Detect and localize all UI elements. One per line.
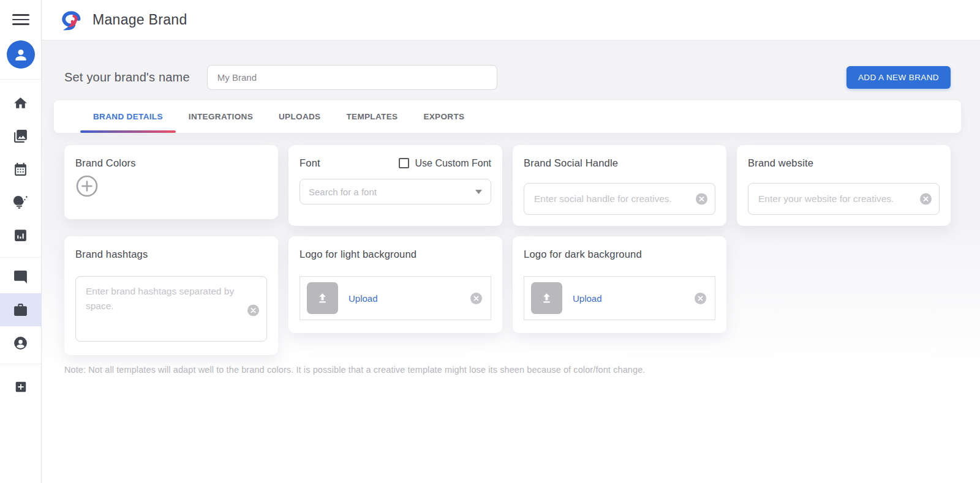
upload-button[interactable] [531, 282, 562, 314]
tab-uploads[interactable]: UPLOADS [266, 100, 333, 133]
hashtags-card: Brand hashtags [64, 236, 278, 355]
sidebar [0, 0, 42, 483]
logo-dark-card: Logo for dark background Upload [513, 236, 726, 333]
clear-icon[interactable] [920, 193, 932, 205]
logo-dark-upload-box: Upload [524, 276, 715, 320]
sidebar-divider [0, 257, 42, 258]
avatar[interactable] [7, 40, 35, 69]
website-input[interactable] [748, 183, 940, 215]
card-title: Brand hashtags [75, 249, 267, 260]
tab-brand-details[interactable]: BRAND DETAILS [80, 100, 176, 133]
sidebar-item-ideas[interactable] [0, 185, 42, 219]
brand-colors-card: Brand Colors [64, 145, 278, 219]
tab-exports[interactable]: EXPORTS [410, 100, 477, 133]
content: Set your brand's name ADD A NEW BRAND BR… [42, 40, 980, 483]
upload-icon [540, 291, 554, 305]
font-card: Font Use Custom Font Search for a font [288, 145, 502, 226]
hashtags-textarea[interactable] [75, 276, 267, 342]
social-handle-card: Brand Social Handle [513, 145, 726, 226]
tab-label: EXPORTS [423, 112, 464, 121]
analytics-icon [13, 228, 28, 243]
use-custom-font-label: Use Custom Font [415, 158, 491, 169]
brand-details-panel: Brand Colors Font Use Custom Font Search… [64, 145, 951, 355]
calendar-icon [13, 162, 28, 177]
social-handle-input[interactable] [524, 183, 715, 215]
tab-bar: BRAND DETAILS INTEGRATIONS UPLOADS TEMPL… [54, 100, 961, 133]
brand-name-input[interactable] [207, 65, 497, 90]
sidebar-item-gallery[interactable] [0, 119, 42, 152]
card-title: Brand website [748, 157, 940, 169]
tab-label: TEMPLATES [346, 112, 398, 121]
card-title: Font [300, 157, 320, 169]
add-box-icon [14, 380, 28, 394]
card-title: Logo for light background [300, 249, 491, 260]
main-area: Manage Brand Set your brand's name ADD A… [42, 0, 980, 483]
sidebar-divider [0, 79, 42, 80]
tab-label: INTEGRATIONS [189, 112, 253, 121]
use-custom-font-checkbox[interactable] [399, 158, 409, 168]
tab-integrations[interactable]: INTEGRATIONS [176, 100, 266, 133]
card-title: Logo for dark background [524, 249, 715, 260]
idea-icon [13, 195, 28, 210]
upload-icon [315, 291, 330, 305]
card-title: Brand Social Handle [524, 157, 715, 169]
chevron-down-icon [475, 190, 482, 194]
font-select-placeholder: Search for a font [309, 187, 377, 197]
logo-light-upload-box: Upload [300, 276, 491, 320]
sidebar-item-calendar[interactable] [0, 152, 42, 185]
clear-icon[interactable] [470, 293, 482, 304]
account-icon [13, 335, 28, 351]
photo-library-icon [13, 129, 28, 144]
sidebar-item-account[interactable] [0, 326, 42, 359]
topbar: Manage Brand [42, 0, 980, 40]
card-title: Brand Colors [75, 157, 267, 169]
sidebar-item-add[interactable] [0, 370, 42, 403]
add-new-brand-button[interactable]: ADD A NEW BRAND [846, 66, 951, 89]
user-avatar-icon [13, 47, 29, 62]
upload-button[interactable] [307, 282, 338, 314]
app-root: Manage Brand Set your brand's name ADD A… [0, 0, 980, 483]
sidebar-divider [0, 364, 42, 364]
clear-icon[interactable] [247, 305, 259, 316]
page-title: Manage Brand [92, 12, 187, 28]
sidebar-item-chat[interactable] [0, 260, 42, 293]
sidebar-item-home[interactable] [0, 86, 42, 119]
home-icon [13, 95, 28, 111]
brand-name-row: Set your brand's name ADD A NEW BRAND [64, 40, 951, 90]
tab-label: UPLOADS [279, 112, 320, 121]
sidebar-item-brand[interactable] [0, 293, 42, 326]
brand-logo-icon [58, 7, 83, 33]
font-select[interactable]: Search for a font [300, 179, 491, 204]
clear-icon[interactable] [696, 193, 707, 205]
plus-circle-icon [83, 182, 92, 191]
upload-link[interactable]: Upload [349, 293, 378, 304]
briefcase-icon [13, 302, 28, 318]
chat-icon [13, 269, 28, 285]
logo-light-card: Logo for light background Upload [288, 236, 502, 333]
upload-link[interactable]: Upload [573, 293, 602, 304]
tab-templates[interactable]: TEMPLATES [333, 100, 410, 133]
active-tab-underline [80, 130, 176, 133]
menu-icon[interactable] [12, 14, 29, 25]
sidebar-item-analytics[interactable] [0, 219, 42, 252]
tab-label: BRAND DETAILS [93, 112, 163, 121]
brand-name-label: Set your brand's name [64, 70, 190, 84]
clear-icon[interactable] [695, 293, 706, 304]
add-color-button[interactable] [75, 174, 99, 198]
templates-note: Note: Not all templates will adapt well … [64, 365, 951, 375]
website-card: Brand website [737, 145, 951, 226]
